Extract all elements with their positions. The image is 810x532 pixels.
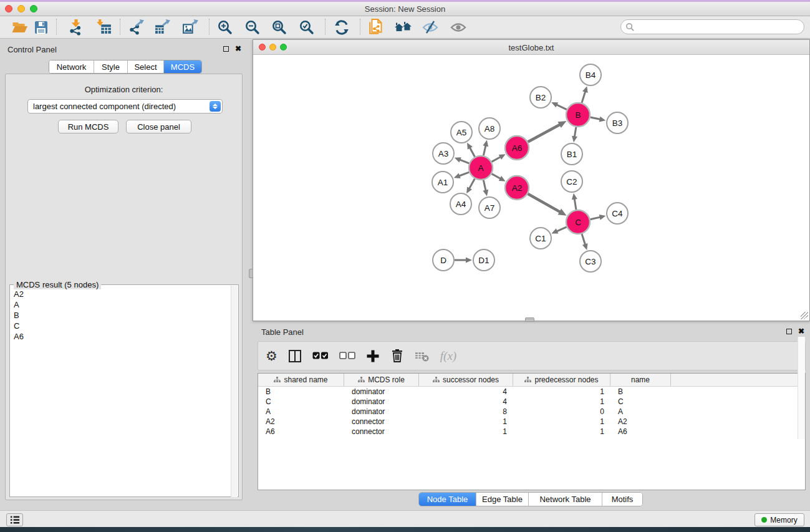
close-panel-icon[interactable]: ✖ [235, 46, 241, 52]
select-all-button[interactable] [312, 347, 329, 365]
mcds-result-item[interactable]: A [11, 299, 228, 310]
add-column-button[interactable] [366, 347, 380, 365]
graph-edge-A-A8[interactable] [483, 145, 486, 155]
table-cell[interactable]: 1 [419, 417, 513, 427]
table-row[interactable]: A6connector11A6 [258, 427, 805, 437]
delete-table-button[interactable] [415, 347, 430, 365]
tab-select[interactable]: Select [128, 60, 164, 73]
network-graph[interactable]: B4B2BB3A5A8A6B1A3AA1C2A2A4A7CC4C1C3DD1 [253, 55, 809, 321]
table-cell[interactable]: connector [344, 427, 419, 437]
table-cell[interactable]: A6 [258, 427, 344, 437]
tab-node-table[interactable]: Node Table [419, 493, 476, 506]
column-header-name[interactable]: name [610, 374, 671, 386]
delete-columns-button[interactable] [390, 347, 404, 365]
graph-node-D1[interactable]: D1 [473, 249, 494, 271]
graph-edge-A-A5[interactable] [470, 147, 475, 157]
table-cell[interactable]: A [610, 407, 671, 417]
dropdown-stepper-icon[interactable] [210, 101, 221, 112]
graph-node-B4[interactable]: B4 [580, 64, 601, 85]
tab-motifs[interactable]: Motifs [602, 493, 642, 506]
graph-edge-A-A4[interactable] [469, 179, 475, 190]
zoom-out-button[interactable] [241, 17, 264, 37]
tab-network[interactable]: Network [49, 60, 94, 73]
zoom-selected-button[interactable] [296, 17, 318, 37]
graph-node-C2[interactable]: C2 [561, 171, 582, 192]
bottom-splitter-handle[interactable] [525, 317, 534, 322]
table-cell[interactable]: 1 [513, 387, 610, 397]
show-all-button[interactable] [447, 17, 470, 37]
export-network-button[interactable] [125, 17, 147, 37]
table-scrollbar[interactable] [798, 337, 805, 439]
tab-edge-table[interactable]: Edge Table [476, 493, 529, 506]
graph-edge-C-C1[interactable] [556, 227, 567, 231]
export-image-button[interactable] [179, 17, 201, 37]
graph-node-A7[interactable]: A7 [479, 197, 500, 218]
table-cell[interactable]: connector [344, 417, 419, 427]
table-cell[interactable]: A2 [610, 417, 671, 427]
table-cell[interactable]: dominator [344, 397, 419, 407]
graph-node-B2[interactable]: B2 [530, 87, 551, 108]
column-header-shared-name[interactable]: shared name [258, 374, 344, 386]
optimization-dropdown[interactable]: largest connected component (directed) [27, 99, 223, 114]
graph-node-A3[interactable]: A3 [433, 143, 454, 164]
float-panel-icon[interactable] [223, 46, 229, 52]
mcds-result-scrollbar[interactable] [231, 286, 238, 497]
save-session-button[interactable] [30, 17, 52, 37]
search-field[interactable] [620, 19, 804, 34]
window-resize-grip[interactable] [801, 312, 808, 319]
table-cell[interactable]: 1 [513, 417, 610, 427]
graph-edge-A2-C[interactable] [528, 194, 561, 213]
graph-node-D[interactable]: D [433, 249, 454, 271]
column-header-predecessor-nodes[interactable]: predecessor nodes [513, 374, 610, 386]
export-table-button[interactable] [151, 17, 173, 37]
graph-node-C4[interactable]: C4 [607, 203, 628, 224]
table-cell[interactable]: 0 [513, 407, 610, 417]
network-window-titlebar[interactable]: testGlobe.txt [253, 40, 809, 55]
table-cell[interactable]: A2 [258, 417, 344, 427]
table-cell[interactable]: dominator [344, 387, 419, 397]
graph-node-B1[interactable]: B1 [561, 143, 582, 165]
table-cell[interactable]: C [258, 397, 344, 407]
table-cell[interactable]: A [258, 407, 344, 417]
graph-node-C[interactable]: C [566, 210, 590, 234]
function-builder-button[interactable]: f(x) [440, 347, 456, 365]
graph-node-A8[interactable]: A8 [479, 118, 500, 139]
table-cell[interactable]: dominator [344, 407, 419, 417]
graph-node-C3[interactable]: C3 [580, 251, 601, 272]
memory-button[interactable]: Memory [755, 513, 804, 526]
table-cell[interactable]: 1 [513, 397, 610, 407]
graph-edge-B-B2[interactable] [556, 104, 566, 109]
table-cell[interactable]: 4 [419, 397, 513, 407]
mcds-result-item[interactable]: B [11, 310, 228, 321]
run-mcds-button[interactable]: Run MCDS [58, 120, 118, 133]
column-header-successor-nodes[interactable]: successor nodes [419, 374, 513, 386]
graph-edge-B-B4[interactable] [582, 91, 586, 103]
table-cell[interactable]: C [610, 397, 671, 407]
table-cell[interactable]: 1 [419, 427, 513, 437]
graph-node-A[interactable]: A [469, 156, 493, 180]
graph-edge-A-A1[interactable] [458, 172, 469, 176]
graph-edge-C-C4[interactable] [591, 217, 601, 220]
open-session-button[interactable] [8, 17, 31, 37]
graph-node-A2[interactable]: A2 [505, 176, 529, 200]
column-header-MCDS-role[interactable]: MCDS role [344, 374, 419, 386]
import-table-button[interactable] [92, 17, 115, 37]
mcds-result-item[interactable]: A6 [11, 331, 228, 342]
graph-node-A5[interactable]: A5 [451, 122, 472, 143]
table-cell[interactable]: 4 [419, 387, 513, 397]
graph-edge-B-B1[interactable] [574, 127, 576, 138]
table-row[interactable]: A2connector11A2 [258, 417, 805, 427]
mcds-result-item[interactable]: A2 [11, 289, 228, 299]
graph-edge-A6-B[interactable] [528, 124, 561, 142]
split-panel-button[interactable] [288, 347, 302, 365]
table-row[interactable]: Cdominator41C [258, 397, 805, 407]
graph-edge-A-A2[interactable] [492, 174, 501, 179]
new-network-from-selection-button[interactable] [365, 17, 388, 37]
graph-edge-C-C3[interactable] [582, 234, 586, 245]
close-table-panel-icon[interactable]: ✖ [798, 328, 804, 334]
tab-style[interactable]: Style [94, 60, 128, 73]
mcds-result-item[interactable]: C [11, 321, 228, 331]
table-cell[interactable]: 1 [513, 427, 610, 437]
graph-edge-A-A7[interactable] [483, 180, 486, 191]
left-splitter-handle[interactable] [249, 269, 253, 278]
